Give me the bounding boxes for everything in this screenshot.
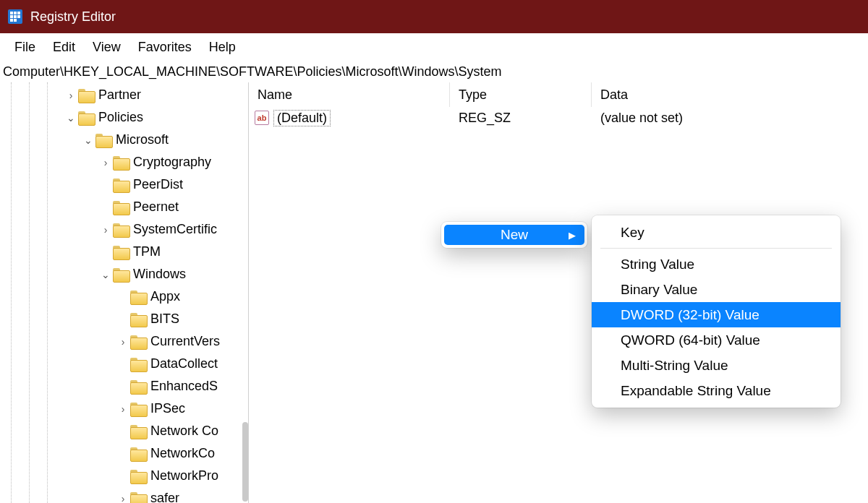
folder-icon [130, 335, 146, 348]
chevron-right-icon[interactable]: › [100, 157, 111, 168]
folder-icon [113, 223, 129, 236]
window-title: Registry Editor [30, 9, 116, 25]
menu-item-expandablestring-value[interactable]: Expandable String Value [592, 378, 841, 403]
menu-item-qword-value[interactable]: QWORD (64-bit) Value [592, 327, 841, 353]
tree-item-peernet[interactable]: Peernet [0, 196, 248, 218]
address-text: Computer\HKEY_LOCAL_MACHINE\SOFTWARE\Pol… [3, 64, 502, 79]
menu-item-multistring-value[interactable]: Multi-String Value [592, 353, 841, 378]
chevron-down-icon[interactable]: ⌄ [82, 134, 94, 146]
tree-label: NetworkPro [149, 468, 218, 483]
chevron-right-icon[interactable]: › [100, 224, 111, 236]
folder-icon [130, 470, 146, 483]
tree-item-network-connections[interactable]: Network Co [0, 420, 248, 442]
menu-item-label: QWORD (64-bit) Value [621, 332, 760, 348]
tree-label: PeerDist [132, 177, 183, 192]
folder-icon [113, 268, 129, 281]
menu-file[interactable]: File [6, 37, 44, 58]
tree-item-safer[interactable]: › safer [0, 487, 248, 503]
context-submenu-new: Key String Value Binary Value DWORD (32-… [592, 215, 841, 408]
menu-help[interactable]: Help [200, 37, 244, 58]
menu-item-label: New [501, 227, 528, 243]
svg-rect-7 [10, 19, 13, 22]
tree-label: TPM [132, 244, 161, 259]
tree-label: NetworkCo [149, 446, 215, 461]
tree-item-partner[interactable]: › Partner [0, 84, 248, 106]
tree-label: Peernet [132, 199, 179, 215]
tree-item-datacollection[interactable]: DataCollect [0, 353, 248, 375]
svg-rect-1 [10, 12, 13, 14]
list-row[interactable]: ab (Default) REG_SZ (value not set) [249, 107, 868, 129]
menu-item-label: Expandable String Value [621, 383, 771, 399]
folder-icon [130, 380, 146, 393]
menu-item-dword-value[interactable]: DWORD (32-bit) Value [592, 302, 841, 327]
tree-label: CurrentVers [149, 334, 220, 349]
menu-view[interactable]: View [84, 37, 129, 58]
tree-item-currentversion[interactable]: › CurrentVers [0, 330, 248, 353]
chevron-right-icon[interactable]: › [117, 336, 129, 348]
tree-item-bits[interactable]: BITS [0, 308, 248, 330]
chevron-right-icon[interactable]: › [117, 493, 129, 504]
tree-label: Network Co [149, 424, 218, 439]
titlebar: Registry Editor [0, 0, 868, 33]
tree-item-enhancedstorage[interactable]: EnhancedS [0, 375, 248, 397]
folder-icon [78, 111, 94, 124]
chevron-right-icon[interactable]: › [65, 90, 77, 101]
col-name[interactable]: Name [249, 82, 450, 107]
tree-item-microsoft[interactable]: ⌄ Microsoft [0, 129, 248, 151]
tree-item-windows[interactable]: ⌄ Windows [0, 263, 248, 285]
chevron-down-icon[interactable]: ⌄ [65, 112, 77, 124]
submenu-arrow-icon: ▶ [569, 230, 576, 241]
folder-icon [130, 291, 146, 304]
tree-item-appx[interactable]: Appx [0, 285, 248, 308]
tree-item-networkprovider[interactable]: NetworkPro [0, 465, 248, 487]
folder-icon [113, 246, 129, 259]
svg-rect-5 [14, 15, 17, 18]
tree-item-peerdist[interactable]: PeerDist [0, 173, 248, 196]
menu-favorites[interactable]: Favorites [129, 37, 200, 58]
tree-label: Policies [97, 110, 143, 125]
svg-rect-3 [17, 12, 20, 14]
menu-separator [600, 248, 832, 249]
menubar: File Edit View Favorites Help [0, 33, 868, 61]
value-data: (value not set) [592, 111, 868, 126]
menu-item-label: Multi-String Value [621, 358, 728, 374]
string-value-icon: ab [255, 111, 269, 125]
tree-item-tpm[interactable]: TPM [0, 241, 248, 263]
menu-item-key[interactable]: Key [592, 220, 841, 245]
menu-item-binary-value[interactable]: Binary Value [592, 277, 841, 302]
folder-icon [113, 156, 129, 169]
folder-icon [95, 134, 111, 147]
svg-rect-6 [17, 15, 20, 18]
tree-item-systemcertificates[interactable]: › SystemCertific [0, 218, 248, 241]
context-menu-primary: New ▶ [441, 222, 587, 248]
registry-tree: › Partner ⌄ Policies ⌄ Microsoft › Crypt… [0, 82, 248, 503]
chevron-right-icon[interactable]: › [117, 403, 129, 415]
folder-icon [113, 201, 129, 214]
folder-icon [130, 447, 146, 460]
svg-rect-4 [10, 15, 13, 18]
tree-pane[interactable]: › Partner ⌄ Policies ⌄ Microsoft › Crypt… [0, 82, 249, 503]
menu-item-label: Binary Value [621, 282, 697, 298]
address-bar[interactable]: Computer\HKEY_LOCAL_MACHINE\SOFTWARE\Pol… [0, 61, 868, 82]
folder-icon [130, 492, 146, 504]
tree-item-networkconnectivity[interactable]: NetworkCo [0, 442, 248, 465]
col-data[interactable]: Data [592, 82, 868, 107]
value-name: (Default) [273, 110, 331, 126]
tree-label: Windows [132, 267, 186, 282]
tree-item-policies[interactable]: ⌄ Policies [0, 106, 248, 129]
menu-edit[interactable]: Edit [44, 37, 84, 58]
folder-icon [113, 179, 129, 192]
chevron-down-icon[interactable]: ⌄ [100, 269, 111, 280]
col-type[interactable]: Type [450, 82, 592, 107]
tree-item-cryptography[interactable]: › Cryptography [0, 151, 248, 173]
tree-label: Cryptography [132, 155, 211, 170]
tree-item-ipsec[interactable]: › IPSec [0, 397, 248, 420]
tree-label: BITS [149, 311, 179, 327]
menu-item-label: String Value [621, 257, 694, 272]
folder-icon [130, 313, 146, 326]
menu-item-new[interactable]: New ▶ [444, 225, 584, 245]
menu-item-string-value[interactable]: String Value [592, 252, 841, 277]
tree-label: Microsoft [114, 132, 169, 147]
tree-label: EnhancedS [149, 379, 218, 394]
menu-item-label: Key [621, 225, 644, 241]
